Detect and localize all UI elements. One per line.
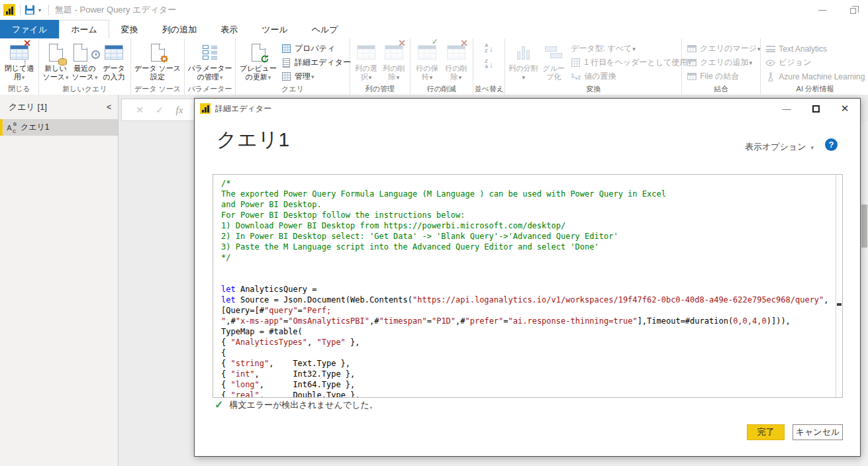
azure-machine-learning-button[interactable]: Azure Machine Learning	[763, 70, 867, 83]
append-queries-button[interactable]: クエリの追加	[684, 56, 758, 69]
choose-columns-label: 列の選択	[352, 64, 380, 82]
editor-scrollbar-thumb[interactable]	[837, 303, 842, 306]
syntax-status: ✓ 構文エラーが検出されませんでした。	[215, 398, 378, 411]
new-source-button[interactable]: 新しいソース	[41, 40, 70, 82]
code-line: 3) Paste the M Language script into the …	[221, 242, 834, 252]
close-and-apply-button[interactable]: ✕↑ 閉じて適用	[2, 40, 36, 82]
combine-files-button[interactable]: File の結合	[684, 70, 758, 83]
query-list-item[interactable]: ABC クエリ1	[0, 119, 118, 136]
data-source-settings-icon	[151, 41, 165, 64]
replace-values-button[interactable]: 1⤷2 値の置換	[568, 70, 679, 83]
merge-queries-label: クエリのマージ	[700, 43, 760, 54]
flask-icon	[765, 71, 775, 81]
display-options-dropdown[interactable]: 表示オプション	[745, 141, 814, 153]
eye-icon	[765, 58, 775, 68]
formula-commit-icon[interactable]: ✓	[150, 105, 169, 115]
remove-columns-button[interactable]: ✕ 列の削除	[380, 40, 408, 82]
help-icon[interactable]: ?	[825, 138, 838, 151]
tab-view[interactable]: 表示	[209, 20, 250, 38]
enter-data-button[interactable]: データの入力	[99, 40, 128, 81]
keep-rows-button[interactable]: ✓ 行の保持	[412, 40, 442, 82]
use-first-row-as-headers-button[interactable]: 1 行目をヘッダーとして使用	[568, 56, 679, 69]
refresh-preview-button[interactable]: プレビューの更新	[238, 40, 279, 82]
sort-descending-icon[interactable]: ZA↓	[485, 59, 493, 70]
remove-columns-icon: ✕	[385, 41, 403, 64]
advanced-editor-label: 詳細エディター	[295, 57, 351, 68]
text-analytics-label: Text Analytics	[779, 44, 827, 54]
manage-parameters-button[interactable]: パラメーターの管理	[187, 40, 233, 82]
formula-cancel-icon[interactable]: ✕	[130, 105, 150, 115]
data-source-settings-label: データ ソース設定	[133, 64, 182, 81]
code-line: {	[221, 348, 834, 358]
remove-columns-label: 列の削除	[380, 64, 408, 82]
refresh-preview-icon	[252, 41, 265, 64]
restore-icon	[850, 8, 856, 14]
dialog-minimize-button[interactable]: —	[772, 99, 801, 118]
code-line: { "string", Text.Type },	[221, 358, 834, 369]
tab-transform[interactable]: 変換	[109, 20, 150, 38]
merge-queries-button[interactable]: クエリのマージ	[684, 42, 758, 55]
group-transform: 列の分割 グループ化 データ型: すべて 1 行目をヘッダーとして使用 1⤷2 …	[505, 38, 682, 95]
query-item-label: クエリ1	[21, 122, 50, 133]
group-by-button[interactable]: グループ化	[539, 40, 568, 81]
choose-columns-button[interactable]: 列の選択	[352, 40, 380, 82]
code-line	[221, 273, 834, 284]
group-ai-insights: Text Analytics ビジョン Azure Machine Learni…	[761, 38, 868, 95]
group-query: プレビューの更新 プロパティ 詳細エディター 管理 クエリ	[236, 38, 350, 95]
collapse-pane-icon[interactable]: <	[107, 103, 111, 112]
close-and-apply-icon: ✕↑	[10, 41, 28, 64]
new-source-icon	[49, 41, 63, 64]
window-restore-button[interactable]	[838, 0, 868, 20]
merge-queries-icon	[687, 44, 697, 54]
manage-button[interactable]: 管理	[279, 70, 348, 83]
recent-sources-icon	[73, 41, 96, 64]
window-minimize-button[interactable]: —	[807, 0, 838, 20]
manage-parameters-icon	[203, 41, 217, 64]
vision-label: ビジョン	[779, 57, 811, 68]
done-button[interactable]: 完了	[747, 424, 785, 440]
cancel-button[interactable]: キャンセル	[793, 424, 843, 440]
editor-scrollbar[interactable]	[836, 175, 842, 397]
new-source-label: 新しいソース	[41, 64, 70, 82]
vertical-scrollbar[interactable]	[861, 122, 868, 466]
group-by-icon	[545, 41, 562, 64]
tab-help[interactable]: ヘルプ	[300, 20, 350, 38]
tab-tools[interactable]: ツール	[250, 20, 300, 38]
code-content: /*The exported Power Query Formula Langu…	[213, 175, 842, 398]
code-line: let Source = Json.Document(Web.Contents(…	[221, 295, 834, 305]
tab-file[interactable]: ファイル	[0, 20, 59, 38]
scrollbar-thumb[interactable]	[861, 205, 867, 248]
append-queries-label: クエリの追加	[700, 57, 752, 68]
sort-ascending-icon[interactable]: AZ↓	[485, 43, 493, 54]
dialog-close-button[interactable]: ✕	[830, 99, 859, 118]
recent-sources-button[interactable]: 最近のソース	[70, 40, 99, 82]
quick-access-caret-icon[interactable]: ▾	[38, 7, 41, 13]
fx-icon[interactable]: fx	[169, 105, 189, 116]
append-queries-icon	[687, 58, 697, 68]
code-line: { "real", Double.Type },	[221, 390, 834, 398]
separator	[20, 5, 21, 15]
vision-button[interactable]: ビジョン	[763, 56, 867, 69]
tab-home[interactable]: ホーム	[59, 20, 109, 38]
tab-add-column[interactable]: 列の追加	[150, 20, 209, 38]
text-analytics-button[interactable]: Text Analytics	[763, 42, 867, 55]
azure-ml-label: Azure Machine Learning	[779, 72, 865, 81]
split-column-button[interactable]: 列の分割	[507, 40, 539, 82]
advanced-editor-button[interactable]: 詳細エディター	[279, 56, 348, 69]
save-icon[interactable]	[25, 5, 34, 15]
keep-rows-label: 行の保持	[412, 64, 442, 82]
data-type-button[interactable]: データ型: すべて	[568, 42, 679, 55]
split-column-icon	[515, 41, 531, 64]
title-bar: ▾ 無題 - Power Query エディター —	[0, 0, 868, 20]
remove-rows-button[interactable]: ✕ 行の削除	[442, 40, 471, 82]
code-line: ",#"x-ms-app"="OmsAnalyticsPBI",#"timesp…	[221, 316, 834, 326]
code-editor[interactable]: /*The exported Power Query Formula Langu…	[213, 174, 843, 398]
keep-rows-icon: ✓	[418, 41, 436, 64]
code-line: let AnalyticsQuery =	[221, 284, 834, 295]
refresh-icon	[260, 54, 269, 66]
split-column-label: 列の分割	[507, 64, 539, 82]
data-source-settings-button[interactable]: データ ソース設定	[133, 40, 182, 81]
dialog-maximize-button[interactable]	[801, 99, 830, 118]
group-parameters: パラメーターの管理 パラメーター	[185, 38, 236, 95]
properties-button[interactable]: プロパティ	[279, 42, 348, 55]
